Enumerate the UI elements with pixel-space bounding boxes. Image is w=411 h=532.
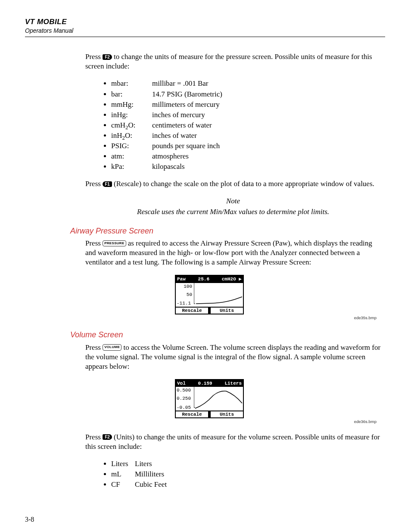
para-units-pressure: Press F2 to change the units of measure … (85, 52, 381, 71)
section-title-airway: Airway Pressure Screen (70, 226, 381, 236)
note-text: Rescale uses the current Min/Max values … (85, 207, 381, 217)
list-item: mmHg:millimeters of mercury (111, 100, 381, 109)
text: (Rescale) to change the scale on the plo… (114, 180, 374, 188)
para-airway: Press PRESSURE as required to access the… (85, 239, 381, 267)
lcd-plot: 0.500 0.250 -0.05 (176, 387, 243, 411)
list-item: kPa:kilopascals (111, 162, 381, 171)
pressure-key-icon: PRESSURE (103, 240, 126, 246)
list-item: mbar:millibar = .001 Bar (111, 79, 381, 88)
list-item: inH2O:inches of water (111, 131, 381, 140)
para-volume-units: Press F2 (Units) to change the units of … (85, 432, 381, 451)
lcd-plot: 100 50 -11.1 (176, 283, 243, 307)
f2-key-icon: F2 (103, 54, 112, 60)
figure-caption: ede36s.bmp (38, 419, 381, 424)
text: (Units) to change the units of measure f… (85, 433, 380, 451)
para-volume: Press VOLUME to access the Volume Screen… (85, 343, 381, 371)
lcd-paw-screenshot: Paw 25.6 cmH2O ▶ 100 50 -11.1 Rescale Un… (38, 275, 381, 314)
volume-key-icon: VOLUME (103, 344, 121, 350)
figure-caption: ede35s.bmp (38, 315, 381, 320)
list-item: CFCubic Feet (111, 480, 381, 489)
para-rescale: Press F1 (Rescale) to change the scale o… (85, 179, 381, 189)
text: Press (85, 180, 103, 188)
lcd-vol-screenshot: Vol 0.159 Liters 0.500 0.250 -0.05 Resca… (38, 379, 381, 419)
f2-key-icon: F2 (103, 434, 112, 440)
list-item: bar:14.7 PSIG (Barometric) (111, 90, 381, 99)
list-item: cmH2O:centimeters of water (111, 121, 381, 130)
list-item: LitersLiters (111, 459, 381, 469)
text: Press (85, 433, 103, 441)
text: Press (85, 53, 103, 61)
text: as required to access the Airway Pressur… (85, 239, 372, 266)
lcd-top-bar: Paw 25.6 cmH2O ▶ (176, 276, 243, 283)
pressure-units-list: mbar:millibar = .001 Bar bar:14.7 PSIG (… (85, 79, 381, 171)
list-item: inHg:inches of mercury (111, 110, 381, 120)
page-number: 3-8 (25, 515, 381, 524)
volume-units-list: LitersLiters mLMilliliters CFCubic Feet (85, 459, 381, 489)
lcd-footer: Rescale Units (176, 307, 243, 314)
lcd-footer: Rescale Units (176, 411, 243, 417)
text: to access the Volume Screen. The volume … (85, 343, 380, 370)
text: Press (85, 343, 103, 352)
manual-name: Operators Manual (25, 27, 385, 34)
lcd-top-bar: Vol 0.159 Liters (176, 380, 243, 387)
product-name: VT MOBILE (25, 17, 385, 27)
list-item: mLMilliliters (111, 470, 381, 479)
f1-key-icon: F1 (103, 181, 112, 187)
page-header: VT MOBILE Operators Manual (25, 17, 385, 37)
section-title-volume: Volume Screen (70, 330, 381, 340)
text: to change the units of measure for the p… (85, 53, 372, 70)
note-block: Note Rescale uses the current Min/Max va… (85, 196, 381, 216)
list-item: atm:atmospheres (111, 152, 381, 161)
list-item: PSIG:pounds per square inch (111, 141, 381, 151)
note-title: Note (85, 196, 381, 206)
text: Press (85, 239, 103, 247)
